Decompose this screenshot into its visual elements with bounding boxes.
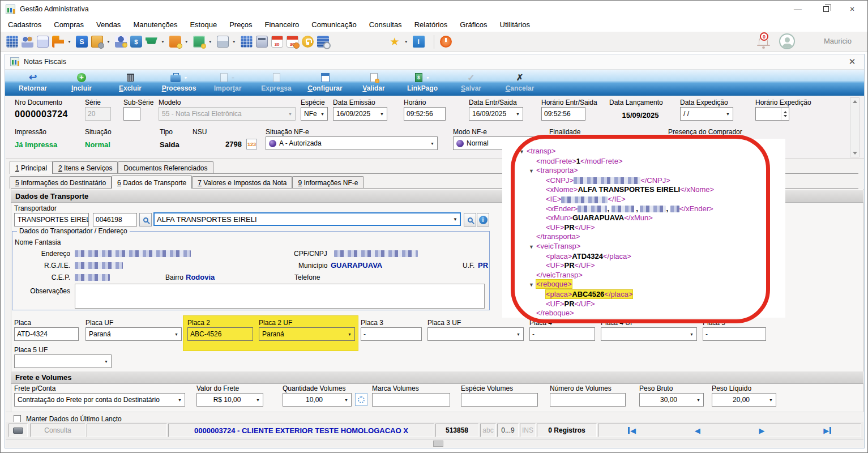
cash-register-icon-caret[interactable]: ▼ [232, 40, 236, 44]
data-emissao-dropdown[interactable]: 16/09/2025 [333, 107, 387, 121]
especie-volumes-input[interactable] [461, 393, 538, 407]
nav-next-button[interactable]: ▶ [759, 426, 764, 435]
numero-volumes-input[interactable] [550, 393, 626, 407]
qtd-volumes-dropdown[interactable]: 10,00 [283, 393, 352, 407]
menu-item-financeiro[interactable]: Financeiro [259, 19, 306, 31]
menu-item-vendas[interactable]: Vendas [90, 19, 127, 31]
menu-item-comunicacao[interactable]: Comunicação [305, 19, 363, 31]
documents-icon[interactable] [169, 36, 181, 48]
lock-icon[interactable] [302, 36, 314, 48]
tab-7-valores-e-impostos-da-nota[interactable]: 7 Valores e Impostos da Nota [192, 176, 292, 189]
transportador-search-button[interactable] [139, 213, 152, 226]
money-icon-caret[interactable]: ▼ [208, 40, 212, 44]
toolbar-button-linkpago[interactable]: $▼LinkPago [398, 70, 447, 96]
marca-volumes-input[interactable] [372, 393, 450, 407]
cart-icon[interactable] [146, 36, 157, 48]
situacao-nfe-dropdown[interactable]: A - Autorizada [266, 136, 438, 150]
nav-first-button[interactable]: ◀ [628, 426, 636, 435]
menu-item-cadastros[interactable]: Cadastros [2, 19, 48, 31]
toolbar-button-retornar[interactable]: ↩Retornar [8, 70, 57, 96]
peso-liquido-dropdown[interactable]: 20,00 [712, 393, 776, 407]
favorites-star-icon-caret[interactable]: ▼ [404, 40, 408, 44]
menu-item-compras[interactable]: Compras [48, 19, 90, 31]
volumes-settings-button[interactable] [355, 393, 367, 406]
org-chart-icon[interactable] [52, 36, 64, 48]
placa-uf-dropdown[interactable]: Paraná [85, 327, 182, 341]
toolbar-button-configurar[interactable]: Configurar [301, 70, 349, 96]
toolbar-button-validar[interactable]: Validar [349, 70, 398, 96]
favorites-star-icon[interactable]: ★ [389, 36, 401, 48]
building-icon[interactable] [6, 36, 18, 48]
xml-toggle-arrow-icon[interactable]: ▼ [529, 166, 536, 176]
transportador-info-button[interactable]: i [477, 213, 489, 226]
menu-item-consultas[interactable]: Consultas [363, 19, 408, 31]
placa-input[interactable]: ATD-4324 [14, 327, 79, 341]
calendar-settings-icon[interactable]: 30 [287, 36, 298, 48]
transportador-nome-input[interactable]: ALFA TRANSPORTES EIRELI ▼ [153, 212, 461, 226]
placa5-uf-dropdown[interactable] [14, 354, 112, 368]
scrollbar-thumb[interactable] [433, 441, 443, 447]
toolbar-button-excluir[interactable]: Excluir [106, 70, 155, 96]
money-icon[interactable] [193, 36, 205, 48]
product-icon[interactable]: S [76, 36, 88, 48]
documents-icon-caret[interactable]: ▼ [185, 40, 189, 44]
id-card-icon[interactable] [37, 36, 49, 48]
linkpago-caret-icon[interactable]: ▼ [426, 76, 430, 80]
package-settings-icon[interactable] [91, 36, 103, 48]
menu-item-relatorios[interactable]: Relatórios [408, 19, 454, 31]
cart-icon-caret[interactable]: ▼ [161, 40, 165, 44]
processos-caret-icon[interactable]: ▼ [184, 76, 188, 80]
menu-item-manutencoes[interactable]: Manutenções [127, 19, 183, 31]
sub-serie-input[interactable] [123, 107, 140, 121]
package-settings-icon-caret[interactable]: ▼ [106, 40, 110, 44]
transportador-codigo-input[interactable]: 0046198 [93, 213, 137, 226]
notifications-bell-icon[interactable]: 0 [756, 35, 771, 49]
tab-6-dados-de-transporte[interactable]: 6 Dados de Transporte [112, 176, 192, 189]
scroll-up-icon[interactable] [853, 100, 857, 103]
placa2-input[interactable]: ABC-4526 [187, 327, 253, 341]
power-icon[interactable] [440, 36, 452, 48]
scroll-down-icon[interactable] [853, 152, 857, 155]
tab-2-itens-e-servicos[interactable]: 2 Itens e Serviços [53, 161, 118, 174]
placa2-uf-dropdown[interactable]: Paraná [259, 327, 355, 341]
restore-button[interactable] [813, 1, 839, 18]
tab-9-informacoes-nfe[interactable]: 9 Informações NF-e [292, 176, 364, 189]
user-avatar[interactable] [779, 33, 795, 49]
combo-caret-icon[interactable]: ▼ [453, 217, 457, 222]
valor-frete-dropdown[interactable]: R$ 10,00 [196, 393, 263, 407]
toolbar-button-incluir[interactable]: +Incluir [57, 70, 106, 96]
placa4-uf-dropdown[interactable] [601, 327, 697, 341]
table-settings-icon[interactable] [241, 36, 253, 48]
tab-documentos-referenciados[interactable]: Documentos Referenciados [118, 161, 213, 174]
placa3-input[interactable]: - [361, 327, 422, 341]
cash-register-icon[interactable] [217, 36, 229, 48]
company-search-icon[interactable] [317, 36, 329, 48]
data-entr-saida-dropdown[interactable]: 16/09/2025 [469, 107, 523, 121]
calendar-icon[interactable]: 30 [271, 36, 283, 48]
importar-caret-icon[interactable]: ▼ [231, 76, 235, 80]
transportador-lookup-button[interactable] [464, 213, 476, 226]
frete-conta-dropdown[interactable]: Contratação do Frete por conta do Destin… [14, 393, 185, 407]
placa5-input[interactable]: - [703, 327, 766, 341]
peso-bruto-dropdown[interactable]: 30,00 [639, 393, 704, 407]
transportador-tipo-dropdown[interactable]: TRANSPORTES EIRELI [14, 213, 89, 226]
menu-item-graficos[interactable]: Gráficos [454, 19, 493, 31]
nav-previous-button[interactable]: ◀ [695, 426, 700, 435]
especie-dropdown[interactable]: NFe [301, 107, 328, 121]
horario-expedicao-stepper[interactable] [755, 107, 789, 121]
calculator-icon[interactable] [256, 36, 268, 48]
org-chart-icon-caret[interactable]: ▼ [67, 40, 71, 44]
notas-close-icon[interactable]: ✕ [846, 57, 858, 67]
tab-5-informacoes-do-destinatario[interactable]: 5 Informações do Destinatário [10, 176, 112, 189]
horario-input[interactable]: 09:52:56 [404, 107, 446, 121]
nav-last-button[interactable]: ▶ [823, 426, 831, 435]
status-icon-panel[interactable] [8, 424, 28, 437]
close-button[interactable]: × [839, 1, 865, 18]
xml-toggle-arrow-icon[interactable]: ▼ [529, 242, 536, 252]
menu-item-utilitarios[interactable]: Utilitários [494, 19, 536, 31]
tab-1-principal[interactable]: 1 Principal [10, 161, 53, 174]
purchase-bag-icon[interactable]: $ [130, 36, 142, 48]
customers-icon[interactable] [22, 36, 33, 48]
minimize-button[interactable]: — [785, 1, 811, 18]
menu-item-estoque[interactable]: Estoque [183, 19, 223, 31]
